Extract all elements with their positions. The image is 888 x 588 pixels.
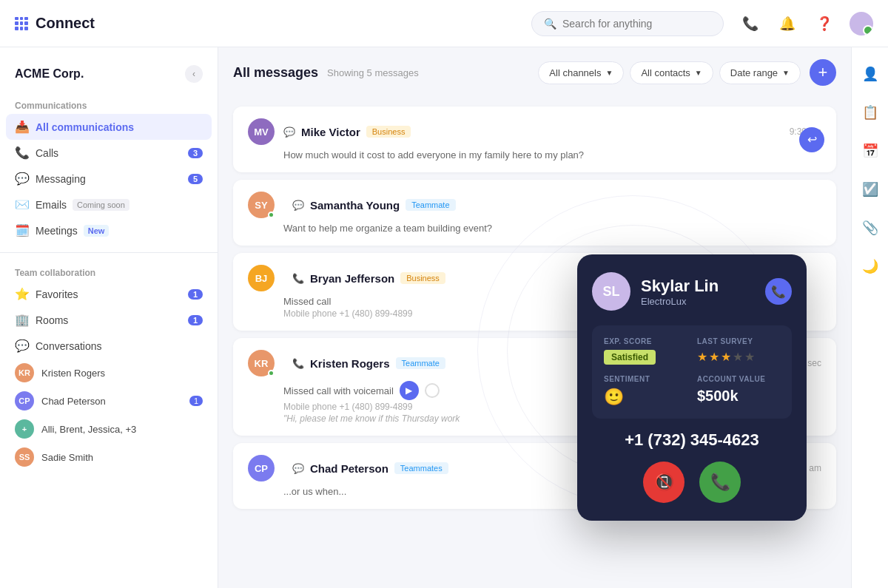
app-layout: ACME Corp. ‹ Communications 📥 All commun…: [0, 47, 888, 588]
satisfaction-badge: Satisfied: [604, 350, 656, 365]
contact-name-multi: Alli, Brent, Jessica, +3: [41, 424, 203, 435]
sidebar-item-emails[interactable]: ✉️ Emails Coming soon: [0, 192, 218, 217]
record-indicator: [425, 383, 440, 398]
tag-samantha-young: Teammate: [406, 199, 455, 211]
sidebar-item-conversations[interactable]: 💬 Conversations: [0, 333, 218, 359]
sentiment-label: SENTIMENT: [604, 375, 687, 383]
right-icon-calendar[interactable]: 📅: [858, 139, 882, 163]
call-phone-number: +1 (732) 345-4623: [592, 430, 792, 450]
end-call-button[interactable]: 📵: [643, 462, 684, 503]
avatar-chad-peterson: CP: [248, 455, 275, 481]
add-button[interactable]: +: [810, 59, 836, 86]
calls-badge: 3: [188, 148, 203, 158]
call-action-buttons: 📵 📞: [592, 462, 792, 503]
tag-chad-peterson: Teammates: [394, 462, 448, 474]
msg-name-mike-victor: 💬 Mike Victor Business: [283, 126, 411, 138]
sidebar-item-all-communications[interactable]: 📥 All communications: [6, 114, 212, 140]
org-name: ACME Corp.: [15, 67, 84, 81]
team-label: Team collaboration: [0, 262, 218, 281]
account-value-label: ACCOUNT VALUE: [697, 375, 780, 383]
sidebar-item-favorites[interactable]: ⭐ Favorites 1: [0, 281, 218, 307]
filter-all-channels[interactable]: All channels ▼: [538, 61, 624, 84]
star-rating: ★★★★★: [697, 350, 780, 364]
avatar-sadie: SS: [15, 447, 34, 467]
accept-call-button[interactable]: 📞: [699, 462, 741, 503]
msg-preview-mike-victor: How much would it cost to add everyone i…: [248, 149, 821, 160]
sentiment-emoji: 🙂: [604, 388, 687, 407]
chad-badge: 1: [189, 396, 203, 406]
conversations-icon: 💬: [15, 339, 28, 353]
contact-name-kristen: Kristen Rogers: [41, 368, 203, 379]
last-survey-section: LAST SURVEY ★★★★★: [697, 337, 780, 365]
top-nav: Connect 🔍 📞 🔔 ❓: [0, 0, 888, 47]
message-card-samantha-young[interactable]: SY 💬 Samantha Young Teammate Want to hel…: [233, 180, 836, 246]
nav-label-favorites: Favorites: [36, 288, 78, 300]
sidebar-item-messaging[interactable]: 💬 Messaging 5: [0, 166, 218, 192]
filter-all-contacts[interactable]: All contacts ▼: [630, 61, 713, 84]
reply-button-mike-victor[interactable]: ↩: [799, 127, 824, 152]
call-contact-name: Skylar Lin: [641, 277, 719, 296]
right-icon-attachments[interactable]: 📎: [858, 216, 882, 240]
call-contact-info: Skylar Lin ElectroLux: [641, 277, 719, 307]
meetings-icon: 🗓️: [15, 223, 28, 237]
right-icon-notes[interactable]: 📋: [858, 101, 882, 124]
messages-count: Showing 5 messages: [327, 67, 419, 78]
search-input[interactable]: [562, 18, 711, 30]
sidebar-item-calls[interactable]: 📞 Calls 3: [0, 140, 218, 166]
call-stats-panel: EXP. SCORE Satisfied LAST SURVEY ★★★★★ S…: [592, 325, 792, 419]
play-voicemail-button[interactable]: ▶: [400, 381, 419, 400]
nav-label-conversations: Conversations: [36, 340, 102, 352]
channel-icon: 📞: [292, 358, 304, 369]
messages-title: All messages: [233, 65, 318, 81]
message-card-mike-victor[interactable]: MV 💬 Mike Victor Business 9:30 am How mu…: [233, 107, 836, 172]
avatar-kristen: KR: [15, 363, 34, 382]
account-value: $500k: [697, 388, 780, 405]
channel-icon: 💬: [292, 463, 304, 474]
tag-mike-victor: Business: [366, 126, 411, 138]
contact-multi[interactable]: + Alli, Brent, Jessica, +3: [0, 415, 218, 443]
right-panel: 👤 📋 📅 ☑️ 📎 🌙: [851, 47, 888, 588]
chevron-down-icon: ▼: [695, 69, 702, 77]
channel-icon: 💬: [283, 126, 295, 138]
email-icon: ✉️: [15, 197, 28, 212]
search-bar[interactable]: 🔍: [531, 11, 724, 36]
sidebar-item-rooms[interactable]: 🏢 Rooms 1: [0, 307, 218, 333]
exp-score-section: EXP. SCORE Satisfied: [604, 337, 687, 365]
communications-label: Communications: [0, 95, 218, 114]
contact-kristen-rogers[interactable]: KR Kristen Rogers: [0, 359, 218, 387]
right-icon-tasks[interactable]: ☑️: [858, 178, 882, 201]
online-indicator: [268, 212, 275, 218]
brand-title: Connect: [36, 15, 531, 32]
collapse-btn[interactable]: ‹: [185, 65, 203, 83]
tag-bryan-jefferson: Business: [400, 272, 445, 284]
messaging-icon: 💬: [15, 172, 28, 186]
user-avatar[interactable]: [850, 12, 873, 36]
contact-sadie-smith[interactable]: SS Sadie Smith: [0, 443, 218, 471]
filter-date-range[interactable]: Date range ▼: [719, 61, 801, 84]
right-icon-night[interactable]: 🌙: [858, 254, 882, 278]
sidebar-item-meetings[interactable]: 🗓️ Meetings New: [0, 217, 218, 243]
bell-icon[interactable]: 🔔: [776, 12, 799, 36]
msg-name-bryan-jefferson: 📞 Bryan Jefferson Business: [292, 272, 445, 285]
contact-chad-peterson[interactable]: CP Chad Peterson 1: [0, 387, 218, 415]
tag-kristen-rogers: Teammate: [396, 357, 445, 369]
right-icon-person[interactable]: 👤: [858, 62, 882, 86]
sidebar: ACME Corp. ‹ Communications 📥 All commun…: [0, 47, 218, 588]
channel-icon: 📞: [292, 273, 304, 284]
rooms-badge: 1: [188, 315, 203, 325]
avatar-bryan-jefferson: BJ: [248, 265, 275, 291]
inbox-icon: 📥: [15, 120, 28, 134]
avatar-multi: +: [15, 419, 34, 439]
account-value-section: ACCOUNT VALUE $500k: [697, 375, 780, 407]
call-phone-button[interactable]: 📞: [765, 278, 792, 305]
exp-score-label: EXP. SCORE: [604, 337, 687, 345]
org-header: ACME Corp. ‹: [0, 59, 218, 95]
calls-icon: 📞: [15, 146, 28, 160]
grid-icon[interactable]: [15, 17, 28, 30]
phone-icon[interactable]: 📞: [739, 12, 762, 36]
help-icon[interactable]: ❓: [813, 12, 836, 36]
emails-coming-soon: Coming soon: [73, 199, 130, 211]
call-contact-header: SL Skylar Lin ElectroLux 📞: [592, 272, 792, 311]
main-content: All messages Showing 5 messages All chan…: [218, 47, 851, 588]
nav-label-rooms: Rooms: [36, 314, 68, 326]
